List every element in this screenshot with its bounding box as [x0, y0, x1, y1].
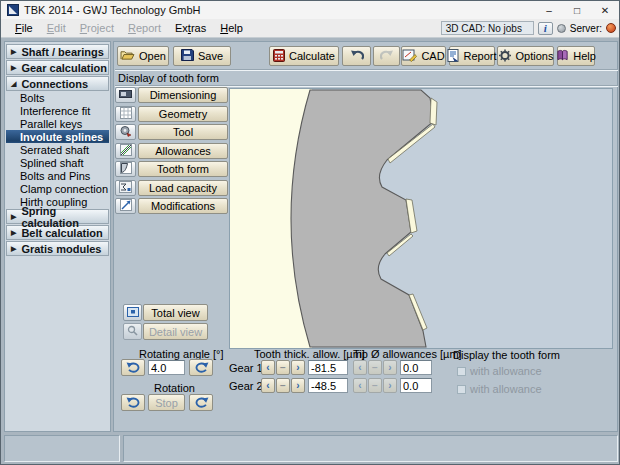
category-label: Belt calculation — [21, 227, 102, 239]
tooth-form-canvas[interactable] — [229, 88, 613, 349]
title-bar: TBK 2014 - GWJ Technology GmbH – □ ✕ — [1, 1, 619, 19]
menu-help[interactable]: Help — [213, 20, 250, 36]
allowances-icon-button[interactable] — [115, 143, 136, 159]
sidebar-item-bolts-and-pins[interactable]: Bolts and Pins — [6, 169, 109, 182]
calculate-button[interactable]: Calculate — [269, 46, 339, 66]
sidebar-item-clamp-connection[interactable]: Clamp connection — [6, 182, 109, 195]
menu-file[interactable]: File — [8, 20, 40, 36]
sidebar-item-splined-shaft[interactable]: Splined shaft — [6, 156, 109, 169]
sidebar-item-interference-fit[interactable]: Interference fit — [6, 104, 109, 117]
sidebar-item-involute-splines[interactable]: Involute splines — [6, 130, 109, 143]
tool-icon-button[interactable] — [115, 124, 136, 140]
rotation-ccw-button[interactable] — [121, 394, 145, 411]
category-label: Shaft / bearings — [21, 46, 104, 58]
calculate-label: Calculate — [289, 50, 335, 62]
modifications-icon — [120, 199, 132, 213]
minimize-button[interactable]: – — [535, 1, 563, 19]
with-allowance-checkbox-2 — [457, 385, 466, 394]
sidebar-category-belt-calculation[interactable]: ▶ Belt calculation — [6, 225, 109, 240]
rotate-cw-icon — [194, 396, 209, 410]
status-panel-left — [4, 435, 120, 462]
info-button[interactable]: i — [538, 22, 553, 35]
gear2-reset-button[interactable]: − — [276, 378, 290, 393]
undo-button[interactable] — [342, 46, 371, 66]
gear2-allowance-input[interactable] — [308, 378, 348, 393]
total-view-icon-button[interactable] — [123, 304, 142, 321]
rotation-cw-button[interactable] — [189, 394, 213, 411]
tip2-increment-button: › — [383, 378, 397, 393]
menu-extras[interactable]: Extras — [168, 20, 213, 36]
stop-button: Stop — [148, 394, 185, 411]
cad-button[interactable]: CAD — [401, 46, 446, 66]
load-capacity-button[interactable]: Load capacity — [138, 180, 228, 196]
close-button[interactable]: ✕ — [591, 1, 619, 19]
rotate-cw-icon — [194, 361, 209, 375]
gear-icon — [498, 49, 512, 64]
tip2-decrement-button: ‹ — [353, 378, 367, 393]
tip2-allowance-input[interactable] — [400, 378, 432, 393]
navigation-sidebar: ▶ Shaft / bearings ▶ Gear calculation ◢ … — [4, 41, 111, 432]
tip1-reset-button: − — [368, 360, 382, 375]
maximize-button[interactable]: □ — [563, 1, 591, 19]
category-label: Gear calculation — [21, 62, 107, 74]
page-title: Display of tooth form — [118, 72, 219, 84]
modifications-button[interactable]: Modifications — [138, 198, 228, 214]
gear2-increment-button[interactable]: › — [291, 378, 305, 393]
open-button[interactable]: Open — [117, 46, 169, 66]
geometry-icon-button[interactable] — [115, 106, 136, 122]
geometry-button[interactable]: Geometry — [138, 106, 228, 122]
tool-button[interactable]: Tool — [138, 124, 228, 140]
menu-report: Report — [121, 20, 168, 36]
server-status-indicator — [606, 23, 616, 33]
tip1-allowance-input[interactable] — [400, 360, 432, 375]
app-icon — [7, 4, 19, 16]
tooth-form-button[interactable]: Tooth form — [138, 161, 228, 177]
options-button[interactable]: Options — [497, 46, 554, 66]
sidebar-item-serrated-shaft[interactable]: Serrated shaft — [6, 143, 109, 156]
gear1-increment-button[interactable]: › — [291, 360, 305, 375]
rotate-ccw-icon — [126, 396, 141, 410]
allowances-icon — [120, 144, 132, 158]
gear1-reset-button[interactable]: − — [276, 360, 290, 375]
load-capacity-icon-button[interactable] — [115, 180, 136, 196]
redo-button — [373, 46, 400, 66]
gear1-allowance-input[interactable] — [308, 360, 348, 375]
modifications-icon-button[interactable] — [115, 198, 136, 214]
dimensioning-button[interactable]: Dimensioning — [138, 87, 228, 103]
category-label: Spring calculation — [21, 205, 108, 229]
rotating-angle-input[interactable] — [148, 360, 185, 375]
gear2-decrement-button[interactable]: ‹ — [261, 378, 275, 393]
sidebar-category-gear-calculation[interactable]: ▶ Gear calculation — [6, 60, 109, 75]
sidebar-category-shaft-bearings[interactable]: ▶ Shaft / bearings — [6, 44, 109, 59]
report-document-icon — [447, 49, 459, 64]
sidebar-category-gratis-modules[interactable]: ▶ Gratis modules — [6, 241, 109, 256]
rotate-cw-button[interactable] — [189, 359, 213, 376]
allowances-button[interactable]: Allowances — [138, 143, 228, 159]
load-capacity-icon — [119, 181, 132, 195]
chevron-right-icon: ▶ — [11, 64, 16, 71]
chevron-right-icon: ▶ — [11, 213, 16, 220]
tip-allowances-header: Tip Ø allowances [µm] — [353, 348, 462, 360]
dimensioning-icon-button[interactable] — [115, 87, 136, 103]
sidebar-item-bolts[interactable]: Bolts — [6, 91, 109, 104]
help-label: Help — [573, 50, 596, 62]
sidebar-category-connections[interactable]: ◢ Connections — [6, 76, 109, 91]
total-view-icon — [127, 307, 139, 319]
gear2-label: Gear 2 — [229, 380, 263, 392]
total-view-button[interactable]: Total view — [143, 304, 208, 321]
tooth-form-icon-button[interactable] — [115, 161, 136, 177]
dimensioning-icon — [119, 88, 132, 102]
save-button[interactable]: Save — [173, 46, 231, 66]
report-button[interactable]: Report — [449, 46, 495, 66]
help-button[interactable]: Help — [557, 46, 595, 66]
display-tooth-form-header: Display the tooth form — [453, 349, 560, 361]
rotate-ccw-button[interactable] — [121, 359, 145, 376]
gear1-decrement-button[interactable]: ‹ — [261, 360, 275, 375]
sidebar-item-parallel-keys[interactable]: Parallel keys — [6, 117, 109, 130]
detail-view-button: Detail view — [143, 323, 208, 340]
cad-label: CAD — [421, 50, 444, 62]
chevron-right-icon: ▶ — [11, 229, 16, 236]
tool-gear-icon — [119, 125, 132, 139]
sidebar-category-spring-calculation[interactable]: ▶ Spring calculation — [6, 209, 109, 224]
detail-view-icon-button — [123, 323, 142, 340]
